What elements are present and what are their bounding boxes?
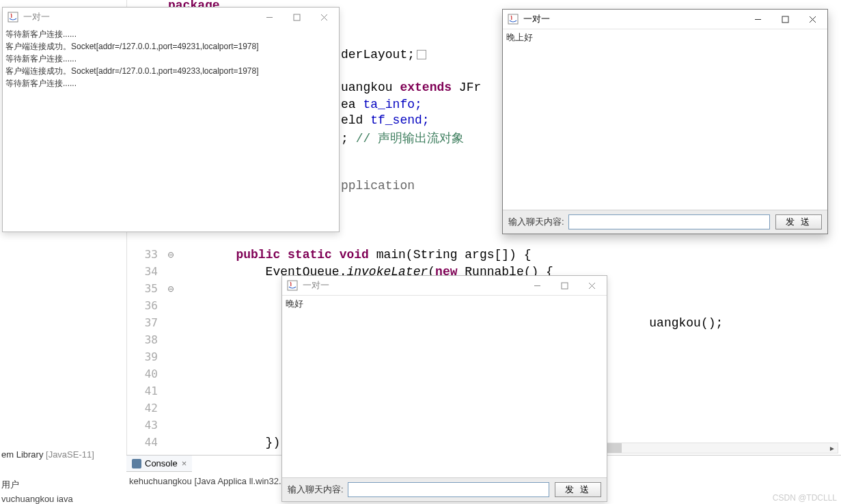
code-text: }); (177, 436, 288, 449)
line-number: 40 (127, 367, 165, 380)
titlebar[interactable]: 一对一 (3, 8, 339, 27)
titlebar[interactable]: 一对一 (503, 10, 827, 29)
svg-rect-5 (288, 281, 297, 290)
java-app-icon (286, 279, 299, 292)
input-label: 输入聊天内容: (288, 484, 344, 496)
line-number: 34 (127, 265, 165, 278)
chat-message-area[interactable]: 晚上好 (503, 29, 827, 210)
java-app-icon (7, 11, 19, 23)
project-explorer-fragment: em Library [JavaSE-11] 用户 vuchuangkou ia… (0, 232, 123, 504)
close-icon[interactable]: × (182, 458, 187, 468)
code-text: eld (341, 113, 370, 127)
minimize-button[interactable] (744, 10, 771, 28)
code-text: public static void main(String args[]) { (177, 248, 532, 262)
file-node[interactable]: vuchuangkou iava (0, 494, 123, 504)
code-text: JFr (452, 81, 481, 94)
minimize-button[interactable] (256, 8, 283, 26)
code-text: ; (341, 132, 348, 145)
svg-rect-10 (508, 14, 518, 24)
library-version: [JavaSE-11] (46, 449, 94, 460)
send-button[interactable]: 发 送 (775, 214, 822, 229)
code-text: pplication (341, 179, 415, 193)
server-log-window[interactable]: 一对一 等待新客户连接...... 客户端连接成功。Socket[addr=/1… (2, 7, 340, 232)
code-text (177, 282, 295, 296)
chat-input[interactable] (348, 482, 549, 497)
maximize-button[interactable] (551, 277, 578, 294)
close-button[interactable] (578, 277, 605, 294)
maximize-button[interactable] (283, 8, 310, 26)
chat-window-client2[interactable]: 一对一 晚上好 输入聊天内容: 发 送 (502, 9, 828, 234)
java-app-icon (507, 13, 519, 25)
code-comment: // 声明输出流对象 (356, 132, 464, 145)
minimize-button[interactable] (523, 277, 551, 294)
window-title: 一对一 (523, 13, 744, 25)
code-text: ea (341, 98, 363, 111)
console-tab[interactable]: Console × (126, 456, 192, 472)
fold-mark-icon[interactable]: ⊖ (165, 284, 177, 294)
chat-window-client1[interactable]: 一对一 晚好 输入聊天内容: 发 送 (281, 275, 607, 502)
line-number: 36 (127, 299, 165, 312)
chat-message-area[interactable]: 晚好 (282, 295, 607, 477)
code-text: derLayout; (341, 48, 415, 61)
chat-input-row: 输入聊天内容: 发 送 (503, 210, 827, 234)
svg-rect-0 (8, 12, 18, 22)
library-label: em Library (1, 449, 46, 460)
code-field: ta_info; (363, 98, 422, 111)
line-number: 39 (127, 350, 165, 363)
close-button[interactable] (799, 10, 826, 28)
folder-user[interactable]: 用户 (0, 479, 123, 491)
log-text-area[interactable]: 等待新客户连接...... 客户端连接成功。Socket[addr=/127.0… (3, 27, 339, 91)
send-button[interactable]: 发 送 (555, 482, 601, 497)
code-text: uangkou (341, 81, 400, 94)
library-node[interactable]: em Library [JavaSE-11] (0, 449, 123, 460)
close-button[interactable] (310, 8, 337, 26)
svg-rect-7 (562, 283, 568, 289)
line-number: 43 (127, 419, 165, 432)
console-icon (132, 459, 141, 468)
scroll-right-icon[interactable]: ► (827, 443, 838, 453)
line-number: 35 (127, 282, 165, 295)
watermark: CSDN @TDCLLL (773, 493, 837, 503)
svg-rect-12 (782, 16, 788, 23)
input-label: 输入聊天内容: (508, 216, 564, 228)
window-title: 一对一 (23, 11, 256, 23)
fold-box-icon (417, 50, 426, 59)
line-number: 42 (127, 402, 165, 415)
chat-input-row: 输入聊天内容: 发 送 (282, 477, 607, 501)
svg-rect-2 (294, 14, 300, 20)
code-field: tf_send; (370, 113, 429, 127)
line-number: 41 (127, 384, 165, 397)
code-keyword: extends (400, 81, 452, 94)
code-line: 33⊖ public static void main(String args[… (127, 246, 841, 263)
line-number: 37 (127, 316, 165, 329)
window-title: 一对一 (303, 279, 523, 292)
chat-input[interactable] (568, 214, 770, 229)
console-tab-label: Console (145, 458, 178, 468)
line-number: 33 (127, 248, 165, 261)
line-number: 44 (127, 436, 165, 449)
titlebar[interactable]: 一对一 (282, 276, 607, 295)
maximize-button[interactable] (771, 10, 799, 28)
fold-mark-icon[interactable]: ⊖ (165, 250, 177, 260)
line-number: 38 (127, 333, 165, 346)
